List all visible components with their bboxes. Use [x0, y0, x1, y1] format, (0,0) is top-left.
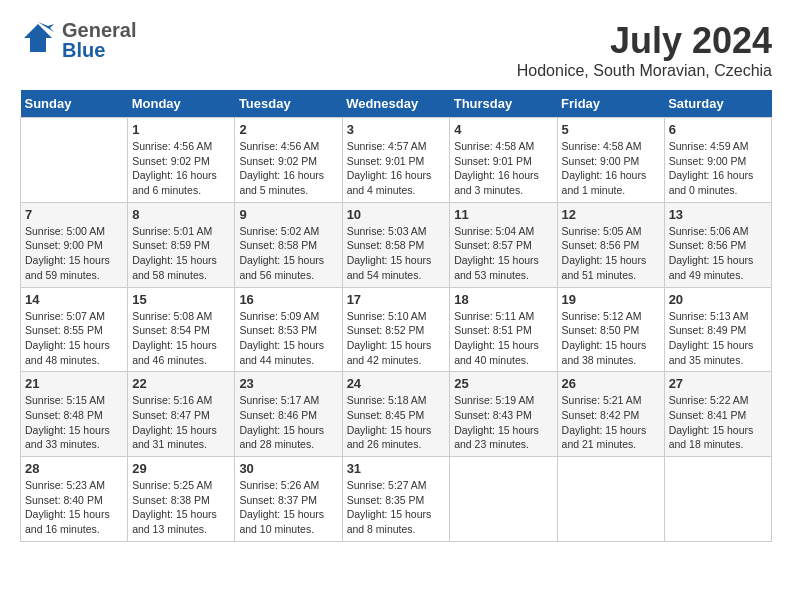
day-info: Sunrise: 5:15 AM Sunset: 8:48 PM Dayligh…	[25, 393, 123, 452]
calendar-header-row: Sunday Monday Tuesday Wednesday Thursday…	[21, 90, 772, 118]
calendar-week-1: 1Sunrise: 4:56 AM Sunset: 9:02 PM Daylig…	[21, 118, 772, 203]
calendar-cell: 3Sunrise: 4:57 AM Sunset: 9:01 PM Daylig…	[342, 118, 450, 203]
col-tuesday: Tuesday	[235, 90, 342, 118]
day-number: 20	[669, 292, 767, 307]
day-number: 5	[562, 122, 660, 137]
day-number: 8	[132, 207, 230, 222]
calendar-cell	[664, 457, 771, 542]
day-number: 3	[347, 122, 446, 137]
calendar-cell: 12Sunrise: 5:05 AM Sunset: 8:56 PM Dayli…	[557, 202, 664, 287]
calendar-cell: 27Sunrise: 5:22 AM Sunset: 8:41 PM Dayli…	[664, 372, 771, 457]
day-number: 14	[25, 292, 123, 307]
logo: General Blue	[20, 20, 136, 60]
day-number: 19	[562, 292, 660, 307]
day-info: Sunrise: 5:05 AM Sunset: 8:56 PM Dayligh…	[562, 224, 660, 283]
logo-icon	[20, 20, 56, 56]
day-number: 16	[239, 292, 337, 307]
day-info: Sunrise: 5:03 AM Sunset: 8:58 PM Dayligh…	[347, 224, 446, 283]
day-number: 29	[132, 461, 230, 476]
calendar-cell: 22Sunrise: 5:16 AM Sunset: 8:47 PM Dayli…	[128, 372, 235, 457]
calendar-cell: 29Sunrise: 5:25 AM Sunset: 8:38 PM Dayli…	[128, 457, 235, 542]
day-number: 22	[132, 376, 230, 391]
page-header: General Blue July 2024 Hodonice, South M…	[20, 20, 772, 80]
col-thursday: Thursday	[450, 90, 557, 118]
calendar-week-3: 14Sunrise: 5:07 AM Sunset: 8:55 PM Dayli…	[21, 287, 772, 372]
calendar-cell: 13Sunrise: 5:06 AM Sunset: 8:56 PM Dayli…	[664, 202, 771, 287]
calendar-cell: 19Sunrise: 5:12 AM Sunset: 8:50 PM Dayli…	[557, 287, 664, 372]
calendar-cell	[21, 118, 128, 203]
day-info: Sunrise: 5:07 AM Sunset: 8:55 PM Dayligh…	[25, 309, 123, 368]
logo-line1: General	[62, 20, 136, 40]
calendar-week-2: 7Sunrise: 5:00 AM Sunset: 9:00 PM Daylig…	[21, 202, 772, 287]
calendar-cell: 25Sunrise: 5:19 AM Sunset: 8:43 PM Dayli…	[450, 372, 557, 457]
day-info: Sunrise: 5:21 AM Sunset: 8:42 PM Dayligh…	[562, 393, 660, 452]
calendar-cell: 17Sunrise: 5:10 AM Sunset: 8:52 PM Dayli…	[342, 287, 450, 372]
day-number: 13	[669, 207, 767, 222]
calendar-cell: 21Sunrise: 5:15 AM Sunset: 8:48 PM Dayli…	[21, 372, 128, 457]
calendar-cell: 28Sunrise: 5:23 AM Sunset: 8:40 PM Dayli…	[21, 457, 128, 542]
day-number: 9	[239, 207, 337, 222]
day-number: 30	[239, 461, 337, 476]
calendar-cell: 7Sunrise: 5:00 AM Sunset: 9:00 PM Daylig…	[21, 202, 128, 287]
day-info: Sunrise: 5:11 AM Sunset: 8:51 PM Dayligh…	[454, 309, 552, 368]
calendar-week-5: 28Sunrise: 5:23 AM Sunset: 8:40 PM Dayli…	[21, 457, 772, 542]
day-info: Sunrise: 5:09 AM Sunset: 8:53 PM Dayligh…	[239, 309, 337, 368]
day-number: 23	[239, 376, 337, 391]
calendar-cell: 18Sunrise: 5:11 AM Sunset: 8:51 PM Dayli…	[450, 287, 557, 372]
calendar-cell: 2Sunrise: 4:56 AM Sunset: 9:02 PM Daylig…	[235, 118, 342, 203]
day-info: Sunrise: 5:17 AM Sunset: 8:46 PM Dayligh…	[239, 393, 337, 452]
day-number: 1	[132, 122, 230, 137]
calendar-cell: 14Sunrise: 5:07 AM Sunset: 8:55 PM Dayli…	[21, 287, 128, 372]
day-info: Sunrise: 4:59 AM Sunset: 9:00 PM Dayligh…	[669, 139, 767, 198]
day-number: 2	[239, 122, 337, 137]
day-info: Sunrise: 5:16 AM Sunset: 8:47 PM Dayligh…	[132, 393, 230, 452]
day-info: Sunrise: 4:56 AM Sunset: 9:02 PM Dayligh…	[239, 139, 337, 198]
day-number: 28	[25, 461, 123, 476]
calendar-cell: 31Sunrise: 5:27 AM Sunset: 8:35 PM Dayli…	[342, 457, 450, 542]
day-info: Sunrise: 5:26 AM Sunset: 8:37 PM Dayligh…	[239, 478, 337, 537]
day-info: Sunrise: 5:12 AM Sunset: 8:50 PM Dayligh…	[562, 309, 660, 368]
col-wednesday: Wednesday	[342, 90, 450, 118]
calendar-cell: 11Sunrise: 5:04 AM Sunset: 8:57 PM Dayli…	[450, 202, 557, 287]
day-number: 15	[132, 292, 230, 307]
day-info: Sunrise: 4:56 AM Sunset: 9:02 PM Dayligh…	[132, 139, 230, 198]
day-info: Sunrise: 5:27 AM Sunset: 8:35 PM Dayligh…	[347, 478, 446, 537]
calendar-cell: 15Sunrise: 5:08 AM Sunset: 8:54 PM Dayli…	[128, 287, 235, 372]
day-info: Sunrise: 4:58 AM Sunset: 9:01 PM Dayligh…	[454, 139, 552, 198]
day-info: Sunrise: 5:08 AM Sunset: 8:54 PM Dayligh…	[132, 309, 230, 368]
day-info: Sunrise: 5:19 AM Sunset: 8:43 PM Dayligh…	[454, 393, 552, 452]
day-info: Sunrise: 5:01 AM Sunset: 8:59 PM Dayligh…	[132, 224, 230, 283]
day-info: Sunrise: 5:06 AM Sunset: 8:56 PM Dayligh…	[669, 224, 767, 283]
day-number: 4	[454, 122, 552, 137]
day-number: 7	[25, 207, 123, 222]
calendar-cell: 10Sunrise: 5:03 AM Sunset: 8:58 PM Dayli…	[342, 202, 450, 287]
logo-line2: Blue	[62, 40, 136, 60]
day-info: Sunrise: 5:00 AM Sunset: 9:00 PM Dayligh…	[25, 224, 123, 283]
day-number: 10	[347, 207, 446, 222]
day-number: 11	[454, 207, 552, 222]
calendar-cell: 23Sunrise: 5:17 AM Sunset: 8:46 PM Dayli…	[235, 372, 342, 457]
calendar-cell: 24Sunrise: 5:18 AM Sunset: 8:45 PM Dayli…	[342, 372, 450, 457]
calendar-cell: 30Sunrise: 5:26 AM Sunset: 8:37 PM Dayli…	[235, 457, 342, 542]
day-number: 12	[562, 207, 660, 222]
calendar-cell: 9Sunrise: 5:02 AM Sunset: 8:58 PM Daylig…	[235, 202, 342, 287]
day-info: Sunrise: 5:23 AM Sunset: 8:40 PM Dayligh…	[25, 478, 123, 537]
calendar-cell: 8Sunrise: 5:01 AM Sunset: 8:59 PM Daylig…	[128, 202, 235, 287]
day-info: Sunrise: 5:04 AM Sunset: 8:57 PM Dayligh…	[454, 224, 552, 283]
main-title: July 2024	[517, 20, 772, 62]
day-info: Sunrise: 4:57 AM Sunset: 9:01 PM Dayligh…	[347, 139, 446, 198]
svg-marker-0	[24, 24, 52, 52]
title-section: July 2024 Hodonice, South Moravian, Czec…	[517, 20, 772, 80]
col-friday: Friday	[557, 90, 664, 118]
calendar-week-4: 21Sunrise: 5:15 AM Sunset: 8:48 PM Dayli…	[21, 372, 772, 457]
day-info: Sunrise: 5:22 AM Sunset: 8:41 PM Dayligh…	[669, 393, 767, 452]
col-saturday: Saturday	[664, 90, 771, 118]
calendar-table: Sunday Monday Tuesday Wednesday Thursday…	[20, 90, 772, 542]
day-info: Sunrise: 4:58 AM Sunset: 9:00 PM Dayligh…	[562, 139, 660, 198]
day-number: 31	[347, 461, 446, 476]
calendar-cell: 20Sunrise: 5:13 AM Sunset: 8:49 PM Dayli…	[664, 287, 771, 372]
day-info: Sunrise: 5:10 AM Sunset: 8:52 PM Dayligh…	[347, 309, 446, 368]
calendar-cell: 4Sunrise: 4:58 AM Sunset: 9:01 PM Daylig…	[450, 118, 557, 203]
day-number: 26	[562, 376, 660, 391]
day-number: 24	[347, 376, 446, 391]
